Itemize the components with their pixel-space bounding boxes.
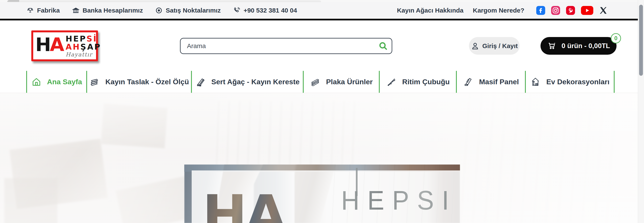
sticks-icon (386, 77, 397, 87)
trophy-icon (26, 7, 34, 14)
nav-item-ana-sayfa[interactable]: Ana Sayfa (27, 71, 87, 93)
hero-logo-word: HEPSI (341, 185, 457, 216)
instagram-icon[interactable] (551, 6, 560, 15)
nav-item-ritim-cubugu[interactable]: Ritim Çubuğu (380, 71, 457, 93)
sheet-stack-icon (310, 77, 320, 87)
cart-icon (547, 41, 556, 51)
location-icon (155, 7, 162, 14)
nav-item-masif-panel[interactable]: Masif Panel (457, 71, 526, 93)
topbar-link-label: Satış Noktalarımız (166, 7, 221, 14)
search-bar (180, 38, 392, 54)
browser-tab-corner (7, 0, 19, 2)
cart-summary-label: 0 ürün - 0,00TL (562, 42, 610, 50)
topbar-link-about-beech[interactable]: Kayın Ağacı Hakkında (397, 7, 464, 14)
topbar-link-label: +90 532 381 40 04 (244, 7, 297, 14)
topbar-link-label: Fabrika (37, 7, 60, 14)
social-links (536, 6, 608, 15)
cart-count-badge: 0 (611, 33, 621, 43)
home-icon (31, 77, 42, 87)
topbar-link-where-is-my-cargo[interactable]: Kargom Nerede? (473, 7, 524, 14)
phone-icon (233, 7, 240, 14)
login-register-label: Giriş / Kayıt (482, 42, 518, 50)
login-register-button[interactable]: Giriş / Kayıt (469, 37, 520, 55)
topbar-link-label: Banka Hesaplarımız (83, 7, 143, 14)
lumber-icon (195, 77, 206, 87)
cart-button[interactable]: 0 ürün - 0,00TL (540, 37, 616, 55)
youtube-icon[interactable] (581, 6, 593, 15)
hero-photo: HA HEPSI (184, 165, 460, 223)
logo-tagline: Hayattır (66, 52, 101, 57)
window-top-strip (0, 0, 644, 2)
hero-banner[interactable]: HA HEPSI (0, 93, 644, 223)
logo-monogram: HA (35, 35, 63, 54)
house-furniture-icon (530, 77, 541, 87)
pinterest-icon[interactable] (566, 6, 575, 15)
topbar-link-phone[interactable]: +90 532 381 40 04 (233, 7, 297, 14)
plank-stack-icon (89, 77, 100, 87)
bank-icon (72, 7, 80, 14)
topbar: Fabrika Banka Hesaplarımız Satış Nokt (0, 2, 644, 19)
user-icon (471, 42, 480, 50)
x-icon[interactable] (599, 6, 608, 15)
panel-icon (463, 77, 474, 87)
hero-logo-monogram: HA (202, 188, 284, 223)
topbar-divider (0, 19, 638, 20)
search-button[interactable] (374, 38, 392, 53)
facebook-icon[interactable] (536, 6, 545, 15)
topbar-left: Fabrika Banka Hesaplarımız Satış Nokt (26, 7, 297, 14)
scrollbar-track[interactable] (638, 0, 644, 223)
site-logo[interactable]: HA HEPSİ AHŞAP Hayattır (31, 30, 98, 61)
topbar-link-sales-points[interactable]: Satış Noktalarımız (155, 7, 221, 14)
logo-wordmark: HEPSİ AHŞAP Hayattır (66, 35, 101, 57)
nav-item-kayin-taslak[interactable]: Kayın Taslak - Özel Ölçü (87, 71, 192, 93)
header: HA HEPSİ AHŞAP Hayattır (0, 20, 644, 71)
search-icon (378, 41, 388, 51)
main-nav: Ana Sayfa Kayın Taslak - Özel Ölçü Sert … (26, 71, 614, 93)
browser-tab-ghost (8, 0, 321, 2)
topbar-right: Kayın Ağacı Hakkında Kargom Nerede? (397, 6, 608, 15)
nav-item-sert-agac[interactable]: Sert Ağaç - Kayın Kereste (192, 71, 304, 93)
topbar-link-bank-accounts[interactable]: Banka Hesaplarımız (72, 7, 143, 14)
scrollbar-thumb[interactable] (639, 5, 643, 76)
nav-item-ev-dekorasyonlari[interactable]: Ev Dekorasyonları (526, 71, 614, 93)
topbar-link-fabrika[interactable]: Fabrika (26, 7, 60, 14)
page: Fabrika Banka Hesaplarımız Satış Nokt (0, 0, 644, 223)
nav-item-plaka-urunler[interactable]: Plaka Ürünler (304, 71, 380, 93)
search-input[interactable] (180, 38, 374, 53)
